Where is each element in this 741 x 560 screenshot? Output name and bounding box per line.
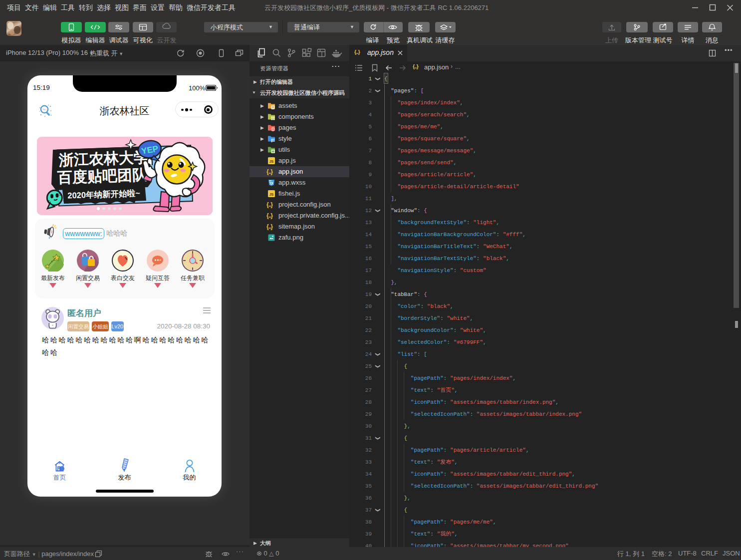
- svg-text:浙江农林大学: 浙江农林大学: [58, 149, 149, 168]
- svg-text:JS: JS: [269, 193, 274, 196]
- svg-text:JS: JS: [269, 160, 274, 163]
- svg-text:百度贴吧团队: 百度贴吧团队: [56, 166, 148, 186]
